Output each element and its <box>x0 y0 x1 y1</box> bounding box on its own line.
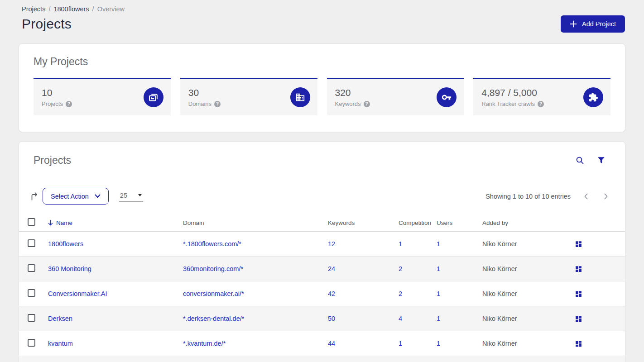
stat-projects: 10 Projects ? <box>34 78 171 115</box>
select-all-checkbox[interactable] <box>28 218 35 226</box>
row-checkbox[interactable] <box>28 239 35 247</box>
project-name-link[interactable]: 1800flowers <box>48 240 83 248</box>
added-by-value: Niko Körner <box>482 290 572 297</box>
added-by-value: Niko Körner <box>482 340 572 347</box>
project-competition-link[interactable]: 2 <box>399 265 402 272</box>
stat-keywords-value: 320 <box>335 87 370 98</box>
dashboard-icon[interactable] <box>575 340 582 348</box>
row-checkbox[interactable] <box>28 264 35 272</box>
stat-domains: 30 Domains ? <box>180 78 317 115</box>
add-project-button[interactable]: Add Project <box>561 15 625 33</box>
column-header-keywords[interactable]: Keywords <box>328 219 399 226</box>
project-competition-link[interactable]: 1 <box>399 340 402 347</box>
page-title: Projects <box>22 16 72 32</box>
project-users-link[interactable]: 1 <box>437 265 440 272</box>
stat-domains-label: Domains <box>188 100 211 107</box>
my-projects-title: My Projects <box>34 56 610 68</box>
row-checkbox[interactable] <box>28 314 35 322</box>
project-name-link[interactable]: Derksen <box>48 315 72 322</box>
table-body: 1800flowers *.1800flowers.com/* 12 1 1 N… <box>19 232 625 362</box>
arrow-down-icon <box>48 220 53 226</box>
project-name-link[interactable]: 360 Monitoring <box>48 265 91 272</box>
project-keywords-link[interactable]: 12 <box>328 240 335 248</box>
project-keywords-link[interactable]: 24 <box>328 265 335 272</box>
stat-rank-tracker-label: Rank Tracker crawls <box>481 100 535 107</box>
column-header-domain[interactable]: Domain <box>183 219 328 226</box>
stat-projects-value: 10 <box>42 87 72 98</box>
projects-panel: Projects Select Action <box>19 141 625 362</box>
column-header-added-by[interactable]: Added by <box>482 219 572 226</box>
question-mark-icon[interactable]: ? <box>364 101 370 107</box>
breadcrumb-separator: / <box>92 5 94 13</box>
breadcrumb-overview: Overview <box>97 5 125 13</box>
key-icon <box>437 87 457 107</box>
export-arrow-icon[interactable] <box>29 191 40 202</box>
breadcrumb-projects[interactable]: Projects <box>22 5 45 13</box>
project-name-link[interactable]: kvantum <box>48 340 73 347</box>
select-action-dropdown[interactable]: Select Action <box>43 188 109 205</box>
dashboard-icon[interactable] <box>575 290 582 298</box>
table-header: Name Domain Keywords Competition Users A… <box>19 214 625 232</box>
project-keywords-link[interactable]: 44 <box>328 340 335 347</box>
projects-table: Name Domain Keywords Competition Users A… <box>19 214 625 362</box>
chevron-right-icon[interactable] <box>603 193 609 200</box>
select-action-label: Select Action <box>51 193 89 200</box>
projects-panel-title: Projects <box>34 154 71 167</box>
dashboard-icon[interactable] <box>575 240 582 248</box>
project-domain-link[interactable]: *.kvantum.de/* <box>183 340 226 347</box>
added-by-value: Niko Körner <box>482 315 572 322</box>
breadcrumb-project[interactable]: 1800flowers <box>53 5 89 13</box>
table-row: Derksen *.derksen-dental.de/* 50 4 1 Nik… <box>19 306 625 331</box>
project-users-link[interactable]: 1 <box>437 340 440 347</box>
top-bar: Projects / 1800flowers / Overview Projec… <box>0 0 644 33</box>
add-project-label: Add Project <box>582 20 616 28</box>
project-users-link[interactable]: 1 <box>437 315 440 322</box>
question-mark-icon[interactable]: ? <box>214 101 221 107</box>
dashboard-icon[interactable] <box>575 265 582 273</box>
column-header-users[interactable]: Users <box>437 219 482 226</box>
project-domain-link[interactable]: 360monitoring.com/* <box>183 265 243 272</box>
projects-copy-icon <box>144 87 163 107</box>
caret-down-icon <box>138 194 142 196</box>
row-checkbox[interactable] <box>28 339 35 347</box>
project-name-link[interactable]: Conversionmaker.AI <box>48 290 107 297</box>
project-users-link[interactable]: 1 <box>437 240 440 248</box>
search-icon[interactable] <box>575 156 585 165</box>
puzzle-icon <box>583 87 603 107</box>
project-competition-link[interactable]: 1 <box>399 240 402 248</box>
project-keywords-link[interactable]: 42 <box>328 290 335 297</box>
filter-icon[interactable] <box>597 157 605 164</box>
project-domain-link[interactable]: *.1800flowers.com/* <box>183 240 241 248</box>
project-competition-link[interactable]: 2 <box>399 290 402 297</box>
project-domain-link[interactable]: *.derksen-dental.de/* <box>183 315 244 322</box>
column-header-competition[interactable]: Competition <box>399 219 437 226</box>
stat-keywords-label: Keywords <box>335 100 361 107</box>
added-by-value: Niko Körner <box>482 265 572 272</box>
page-size-value: 25 <box>120 192 127 199</box>
stat-domains-value: 30 <box>188 87 221 98</box>
table-row: 1800flowers *.1800flowers.com/* 12 1 1 N… <box>19 232 625 257</box>
project-domain-link[interactable]: conversionmaker.ai/* <box>183 290 244 297</box>
table-row: Conversionmaker.AI conversionmaker.ai/* … <box>19 281 625 306</box>
breadcrumb: Projects / 1800flowers / Overview <box>22 5 625 13</box>
chevron-down-icon <box>95 194 101 198</box>
table-row <box>19 356 625 362</box>
stat-rank-tracker-value: 4,897 / 5,000 <box>481 87 544 98</box>
my-projects-card: My Projects 10 Projects ? 30 <box>19 43 625 132</box>
chevron-left-icon[interactable] <box>583 193 589 200</box>
table-row: 360 Monitoring 360monitoring.com/* 24 2 … <box>19 257 625 281</box>
page-size-select[interactable]: 25 <box>119 191 143 202</box>
question-mark-icon[interactable]: ? <box>66 101 72 107</box>
column-header-name[interactable]: Name <box>48 219 183 226</box>
plus-icon <box>570 20 577 28</box>
project-competition-link[interactable]: 4 <box>399 315 402 322</box>
project-keywords-link[interactable]: 50 <box>328 315 335 322</box>
stat-projects-label: Projects <box>42 100 63 107</box>
row-checkbox[interactable] <box>28 289 35 297</box>
added-by-value: Niko Körner <box>482 240 572 248</box>
dashboard-icon[interactable] <box>575 315 582 323</box>
breadcrumb-separator: / <box>48 5 50 13</box>
project-users-link[interactable]: 1 <box>437 290 440 297</box>
stat-keywords: 320 Keywords ? <box>327 78 464 115</box>
question-mark-icon[interactable]: ? <box>538 101 544 107</box>
